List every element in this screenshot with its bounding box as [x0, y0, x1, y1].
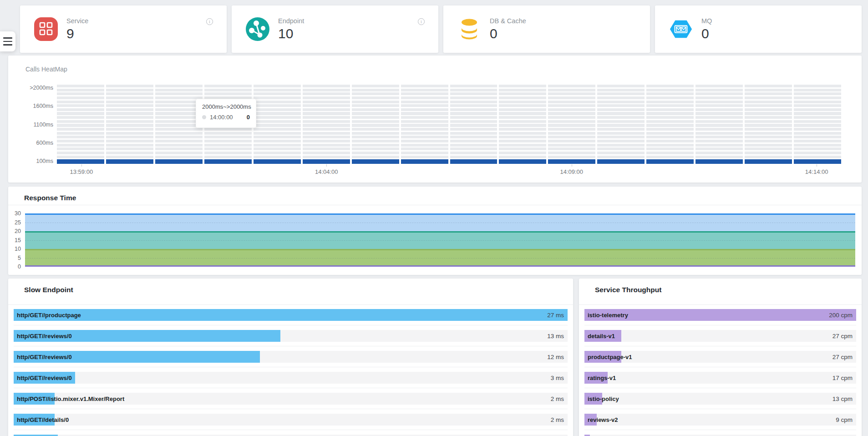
heatmap-cell — [745, 92, 792, 95]
heatmap-cell — [695, 101, 743, 103]
heatmap-cell — [745, 112, 792, 115]
heatmap-cell — [106, 136, 153, 138]
heatmap-cell — [597, 128, 645, 131]
heatmap-cell — [303, 120, 350, 123]
info-icon[interactable]: i — [206, 18, 213, 25]
heatmap-cell — [303, 159, 350, 164]
heatmap-cell — [646, 116, 694, 119]
bar-row[interactable]: http/GET//details/02 ms — [14, 409, 568, 430]
heatmap-cell — [450, 92, 497, 95]
heatmap-cell — [254, 144, 301, 147]
heatmap-cell — [57, 140, 104, 142]
heatmap-cell — [695, 120, 743, 123]
stat-card-mq: MQ 0 — [655, 5, 862, 53]
heatmap-cell — [106, 159, 153, 164]
heatmap-cell — [352, 92, 399, 95]
heatmap-cell — [450, 89, 497, 91]
heatmap-cell — [254, 136, 301, 138]
heatmap-cell — [155, 152, 203, 154]
heatmap-cell — [794, 101, 841, 103]
menu-toggle-button[interactable] — [0, 31, 15, 51]
heatmap-cell — [254, 96, 301, 99]
heatmap-cell — [597, 101, 645, 103]
heatmap-cell — [254, 156, 301, 158]
heatmap-cell — [106, 96, 153, 99]
heatmap-cell — [57, 144, 104, 147]
heatmap-cell — [401, 101, 448, 103]
service-throughput-list: istio-telemetry200 cpmdetails-v127 cpmpr… — [584, 304, 856, 436]
heatmap-cell — [106, 147, 153, 150]
bar-label: productpage-v1 — [588, 354, 632, 360]
heatmap-cell — [499, 132, 546, 135]
response-time-y-tick-label: 30 — [15, 210, 21, 217]
bar-row[interactable]: details-v127 cpm — [584, 325, 856, 346]
bar-row[interactable]: istio-telemetry200 cpm — [584, 304, 856, 325]
response-time-title: Response Time — [24, 194, 76, 202]
heatmap-cell — [450, 124, 497, 127]
heatmap-cell — [106, 140, 153, 142]
heatmap-cell — [450, 156, 497, 158]
heatmap-cell — [794, 108, 841, 111]
bar-row[interactable]: reviews-v29 cpm — [584, 409, 856, 430]
heatmap-cell — [401, 124, 448, 127]
slow-endpoint-title: Slow Endpoint — [24, 286, 73, 294]
heatmap-cell — [352, 89, 399, 91]
heatmap-cell — [57, 159, 104, 164]
stat-card-value: 9 — [66, 26, 88, 41]
bar-row[interactable]: http/GET//productpage27 ms — [14, 304, 568, 325]
heatmap-cell — [695, 147, 743, 150]
heatmap-cell — [57, 89, 104, 91]
bar-row[interactable]: http/POST//istio.mixer.v1.Mixer/Report2 … — [14, 388, 568, 409]
heatmap-cell — [695, 104, 743, 107]
heatmap-cell — [646, 124, 694, 127]
heatmap-cell — [499, 159, 546, 164]
heatmap-cell — [401, 159, 448, 164]
bar-label: istio-policy — [588, 395, 619, 402]
gridline — [25, 240, 855, 241]
heatmap-cell — [695, 144, 743, 147]
heatmap-cell — [450, 132, 497, 135]
heatmap-cell — [204, 152, 252, 154]
heatmap-cell — [204, 140, 252, 142]
heatmap-cell — [695, 140, 743, 142]
heatmap-cell — [352, 116, 399, 119]
bar-row[interactable]: ratings-v117 cpm — [584, 367, 856, 388]
heatmap-cell — [303, 85, 350, 87]
bar-row[interactable]: http/GET//reviews/013 ms — [14, 325, 568, 346]
heatmap-cell — [794, 85, 841, 87]
heatmap-cell — [254, 152, 301, 154]
bar-row[interactable]: istio-policy13 cpm — [584, 388, 856, 409]
bar-value: 27 cpm — [832, 354, 853, 360]
heatmap-cell — [597, 92, 645, 95]
heatmap-cell — [204, 89, 252, 91]
heatmap-cell — [106, 112, 153, 115]
heatmap-cell — [794, 156, 841, 158]
bar-value: 13 cpm — [832, 395, 853, 402]
stat-card-label: DB & Cache — [490, 17, 526, 25]
response-time-y-tick-label: 0 — [18, 264, 21, 270]
heatmap-cell — [745, 116, 792, 119]
heatmap-cell — [352, 108, 399, 111]
info-icon[interactable]: i — [418, 18, 425, 25]
heatmap-cell — [499, 147, 546, 150]
calls-heatmap-plot[interactable] — [57, 85, 841, 164]
mq-hexagon-icon — [669, 17, 693, 41]
heatmap-cell — [695, 124, 743, 127]
bar-row[interactable]: http/GET//reviews/012 ms — [14, 346, 568, 367]
heatmap-cell — [794, 147, 841, 150]
bar-row[interactable]: productpage-v127 cpm — [584, 346, 856, 367]
tooltip-time: 14:00:00 — [210, 114, 233, 121]
bar-track: details-v127 cpm — [584, 330, 856, 342]
heatmap-cell — [794, 140, 841, 142]
response-time-chart[interactable] — [25, 213, 855, 267]
heatmap-cell — [57, 136, 104, 138]
heatmap-cell — [155, 132, 203, 135]
heatmap-cell — [352, 120, 399, 123]
heatmap-cell — [450, 96, 497, 99]
heatmap-cell — [155, 136, 203, 138]
heatmap-cell — [57, 124, 104, 127]
bar-label: ratings-v1 — [588, 375, 616, 381]
heatmap-cell — [57, 132, 104, 135]
bar-value: 12 ms — [547, 354, 564, 360]
bar-row[interactable]: http/GET//reviews/03 ms — [14, 367, 568, 388]
